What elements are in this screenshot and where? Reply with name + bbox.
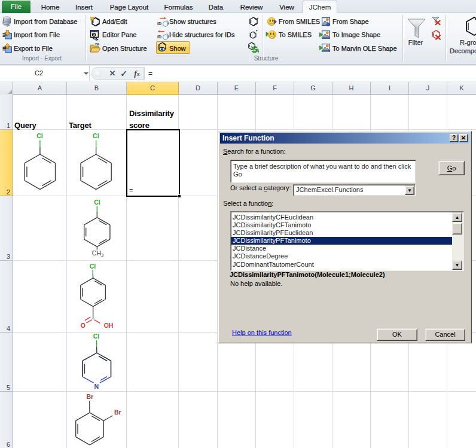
svg-text:CH3: CH3: [92, 249, 103, 258]
svg-text:N: N: [94, 383, 99, 390]
svg-text:Cl: Cl: [90, 263, 96, 270]
svg-text:Cl: Cl: [36, 132, 43, 139]
svg-text:Br: Br: [114, 409, 121, 416]
svg-text:Cl: Cl: [93, 333, 100, 340]
svg-text:Cl: Cl: [94, 199, 100, 206]
svg-text:OH: OH: [104, 322, 114, 329]
svg-text:Cl: Cl: [93, 132, 99, 139]
svg-text:Br: Br: [86, 393, 93, 400]
svg-text:O: O: [81, 322, 86, 329]
